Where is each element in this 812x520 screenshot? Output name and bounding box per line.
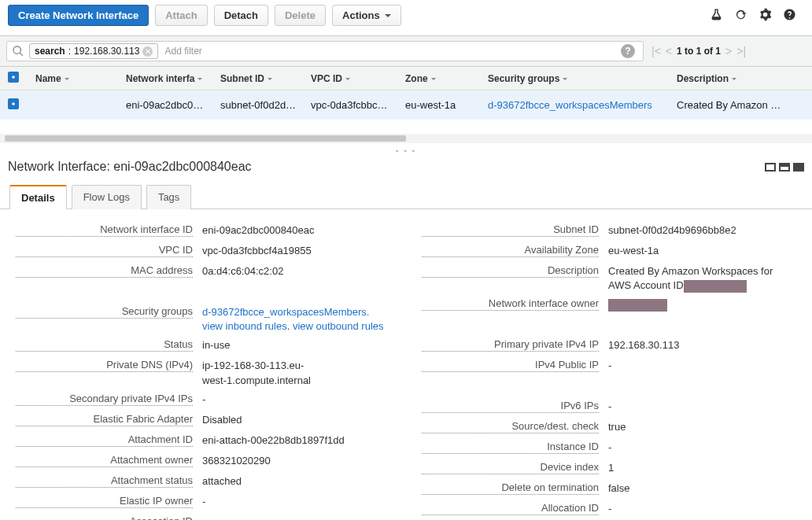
filter-chip-key: search	[35, 46, 65, 57]
sg-outbound-link[interactable]: view outbound rules	[293, 320, 384, 332]
header-vpc[interactable]: VPC ID	[311, 73, 405, 84]
flask-icon[interactable]	[710, 8, 723, 24]
v-srcdst: true	[599, 420, 796, 436]
v-inst: -	[599, 441, 796, 456]
row-eni: eni-09ac2dbc0…	[126, 99, 220, 111]
toolbar: Create Network Interface Attach Detach D…	[0, 0, 812, 35]
pager: |< < 1 to 1 of 1 > >|	[651, 45, 746, 57]
row-vpc: vpc-0da3fcbbc…	[311, 99, 405, 111]
row-desc: Created By Amazon …	[677, 99, 804, 111]
v-sec-ip: -	[193, 393, 390, 408]
filter-chip-remove[interactable]: ✕	[142, 46, 153, 57]
l-attach-status: Attachment status	[16, 474, 193, 488]
v-mac: 0a:d4:c6:04:c2:02	[193, 264, 390, 280]
panel-max-icon[interactable]	[793, 163, 804, 171]
horizontal-scrollbar[interactable]	[0, 134, 812, 143]
add-filter-placeholder[interactable]: Add filter	[164, 46, 621, 57]
v-assoc-id: -	[193, 515, 390, 520]
row-check[interactable]	[8, 98, 35, 112]
header-subnet[interactable]: Subnet ID	[220, 73, 311, 84]
panel-split-icon[interactable]	[779, 163, 790, 171]
header-name[interactable]: Name	[35, 73, 126, 84]
redacted-account	[684, 280, 747, 293]
v-pubip: -	[599, 359, 796, 374]
pager-prev[interactable]: <	[666, 45, 672, 57]
v-dns: ip-192-168-30-113.eu-west-1.compute.inte…	[193, 359, 327, 387]
panel-layout-icons	[765, 163, 804, 171]
tab-details[interactable]: Details	[9, 185, 67, 209]
l-pip: Primary private IPv4 IP	[422, 338, 599, 352]
refresh-icon[interactable]	[734, 8, 747, 24]
v-efa: Disabled	[193, 413, 390, 429]
detach-button[interactable]: Detach	[214, 5, 268, 26]
l-sec-ip: Secondary private IPv4 IPs	[16, 393, 193, 406]
v-attach-owner: 368321020290	[193, 454, 390, 470]
v-ipv6: -	[599, 400, 796, 415]
header-check[interactable]	[8, 72, 35, 85]
detail-left: Network interface IDeni-09ac2dbc000840ea…	[16, 223, 390, 520]
table-header: Name Network interfa Subnet ID VPC ID Zo…	[0, 67, 812, 90]
v-status: in-use	[193, 338, 390, 354]
v-pip: 192.168.30.113	[599, 338, 796, 354]
filter-bar: search : 192.168.30.113 ✕ Add filter ? |…	[0, 35, 812, 67]
row-zone: eu-west-1a	[405, 99, 488, 111]
l-efa: Elastic Fabric Adapter	[16, 413, 193, 426]
detail-header: Network Interface: eni-09ac2dbc000840eac	[0, 157, 812, 185]
l-subnet: Subnet ID	[422, 223, 599, 237]
splitter-handle[interactable]: ▪ ▪ ▪	[0, 146, 812, 155]
l-ipv6: IPv6 IPs	[422, 400, 599, 413]
pager-next[interactable]: >	[725, 45, 732, 57]
pager-first[interactable]: |<	[651, 45, 661, 57]
l-attach-id: Attachment ID	[16, 433, 193, 447]
v-devidx: 1	[599, 461, 796, 477]
header-eni[interactable]: Network interfa	[126, 73, 220, 84]
l-delterm: Delete on termination	[422, 481, 599, 495]
filter-input[interactable]: search : 192.168.30.113 ✕ Add filter ?	[6, 41, 644, 61]
header-desc[interactable]: Description	[677, 73, 804, 84]
v-subnet: subnet-0f0d2d4b9696bb8e2	[599, 223, 796, 239]
create-eni-button[interactable]: Create Network Interface	[8, 5, 149, 26]
toolbar-right	[710, 8, 804, 24]
detail-title: Network Interface: eni-09ac2dbc000840eac	[8, 160, 252, 174]
actions-dropdown[interactable]: Actions	[332, 5, 401, 26]
attach-button: Attach	[155, 5, 207, 26]
filter-chip-sep: :	[68, 46, 71, 57]
l-srcdst: Source/dest. check	[422, 420, 599, 433]
tab-flowlogs[interactable]: Flow Logs	[72, 185, 142, 209]
v-owner	[599, 297, 796, 313]
v-attach-status: attached	[193, 474, 390, 490]
row-sg-link[interactable]: d-93672fbcce_workspacesMembers	[488, 99, 652, 111]
help-icon[interactable]	[783, 8, 796, 24]
tabs: Details Flow Logs Tags	[0, 185, 812, 209]
v-attach-id: eni-attach-00e22b8db1897f1dd	[193, 433, 390, 449]
l-status: Status	[16, 338, 193, 352]
settings-icon[interactable]	[758, 8, 772, 24]
filter-chip[interactable]: search : 192.168.30.113 ✕	[29, 43, 158, 59]
l-sg: Security groups	[16, 305, 193, 319]
v-alloc: -	[599, 502, 796, 518]
tab-tags[interactable]: Tags	[146, 185, 191, 209]
sg-inbound-link[interactable]: view inbound rules	[202, 320, 287, 332]
l-mac: MAC address	[16, 264, 193, 278]
header-sg[interactable]: Security groups	[488, 73, 677, 84]
l-dns: Private DNS (IPv4)	[16, 359, 193, 372]
pager-info: 1 to 1 of 1	[677, 46, 721, 57]
l-assoc-id: Assocation ID	[16, 515, 193, 520]
filter-help-icon[interactable]: ?	[621, 44, 635, 58]
l-vpc: VPC ID	[16, 244, 193, 257]
v-vpc: vpc-0da3fcbbcf4a19855	[193, 244, 390, 260]
sg-name-link[interactable]: d-93672fbcce_workspacesMembers.	[202, 306, 369, 318]
table-row[interactable]: eni-09ac2dbc0… subnet-0f0d2d… vpc-0da3fc…	[0, 90, 812, 120]
header-zone[interactable]: Zone	[405, 73, 488, 84]
delete-button: Delete	[275, 5, 326, 26]
detail-right: Subnet IDsubnet-0f0d2d4b9696bb8e2 Availa…	[422, 223, 796, 520]
l-eip-owner: Elastic IP owner	[16, 495, 193, 508]
l-attach-owner: Attachment owner	[16, 454, 193, 467]
row-sg: d-93672fbcce_workspacesMembers	[488, 99, 677, 111]
pager-last[interactable]: >|	[736, 45, 746, 57]
panel-min-icon[interactable]	[765, 163, 776, 171]
l-alloc: Allocation ID	[422, 502, 599, 515]
l-eni-id: Network interface ID	[16, 223, 193, 237]
redacted-owner	[608, 299, 667, 312]
v-eip-owner: -	[193, 495, 390, 511]
